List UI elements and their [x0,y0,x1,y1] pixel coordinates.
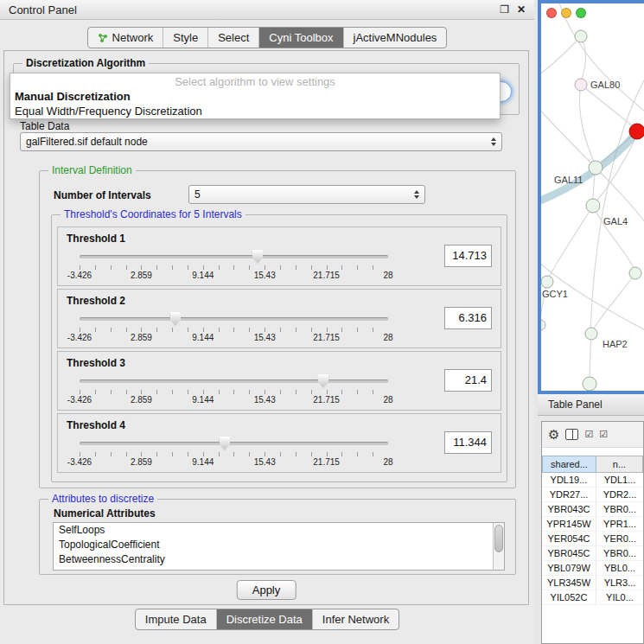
cell-name[interactable]: YDR2... [596,488,643,501]
table-row[interactable]: YLR345W YLR3... [542,576,643,590]
cell-name[interactable]: YBR0... [596,502,643,516]
tab-network[interactable]: Network [88,28,163,48]
list-item[interactable]: BetweennessCentrality [54,552,504,567]
node[interactable] [629,267,641,279]
threshold-slider[interactable] [80,312,388,326]
node[interactable] [575,30,587,42]
cell-shared-name[interactable]: YBL079W [542,561,596,575]
threshold-value-field[interactable]: 21.4 [444,369,492,392]
list-item[interactable]: TopologicalCoefficient [54,538,504,552]
node-selected-red[interactable] [629,124,644,139]
apply-button[interactable]: Apply [237,580,296,600]
tab-cyni-toolbox[interactable]: Cyni Toolbox [258,28,342,48]
cell-name[interactable]: YBR0... [596,546,643,560]
table-header-row: shared... n... [542,456,643,473]
cell-shared-name[interactable]: YPR145W [542,517,596,531]
cell-name[interactable]: YBL0... [596,561,643,575]
node-label: GCY1 [542,289,568,299]
threshold-slider[interactable] [80,437,388,450]
node-gal11[interactable] [589,161,603,175]
list-item[interactable]: SelfLoops [54,523,504,538]
cell-name[interactable]: YLR3... [596,576,643,590]
table-row[interactable]: YDR27... YDR2... [542,488,643,502]
cell-name[interactable]: YIL0... [596,590,643,604]
attributes-listbox[interactable]: SelfLoops TopologicalCoefficient Between… [53,522,505,571]
table-row[interactable]: YER054C YER0... [542,532,643,546]
node-gcy1[interactable] [541,276,553,288]
cell-shared-name[interactable]: YBR043C [542,502,596,516]
cell-shared-name[interactable]: YER054C [542,532,596,545]
scale-label: 28 [383,395,392,405]
highlighted-edge[interactable] [541,134,635,202]
tab-jactivemnodules[interactable]: jActiveMNodules [343,28,447,48]
node-gal80[interactable] [575,79,587,91]
tab-impute-data[interactable]: Impute Data [136,609,216,629]
table-row[interactable]: YIL052C YIL0... [542,590,643,605]
select-none-checkbox-icon[interactable]: ☑ [599,429,608,440]
slider-thumb[interactable] [252,250,263,264]
table-row[interactable]: YBR043C YBR0... [542,502,643,517]
network-view-window[interactable]: GAL80 GAL11 GAL4 GCY1 HAP2 [538,0,644,394]
threshold-slider[interactable] [80,374,388,388]
slider-scale: -3.426 2.859 9.144 15.43 21.715 28 [80,333,388,343]
cell-shared-name[interactable]: YDL19... [542,473,596,487]
cell-name[interactable]: YER0... [596,532,643,545]
table-panel-header: Table Panel [538,394,644,416]
select-all-checkbox-icon[interactable]: ☑ [584,429,593,440]
gear-icon[interactable]: ⚙ [548,427,559,443]
scale-label: 28 [383,333,392,342]
slider-track[interactable] [80,255,388,258]
table-row[interactable]: YPR145W YPR1... [542,517,643,532]
scale-label: 2.859 [131,395,152,405]
slider-thumb[interactable] [169,312,181,326]
table-row[interactable]: YBL079W YBL0... [542,561,643,576]
column-header-name[interactable]: n... [596,456,643,473]
bottom-tabstrip: Impute Data Discretize Data Infer Networ… [0,609,534,630]
close-icon[interactable]: ✕ [517,3,526,16]
cell-shared-name[interactable]: YDR27... [542,488,596,501]
tab-infer-network[interactable]: Infer Network [312,609,399,629]
threshold-value-field[interactable]: 14.713 [444,245,492,267]
float-window-icon[interactable]: ❐ [500,3,509,16]
dropdown-option-equal-width[interactable]: Equal Width/Frequency Discretization [10,104,500,118]
column-header-shared-name[interactable]: shared... [542,456,596,473]
cell-shared-name[interactable]: YLR345W [542,576,596,590]
node-gal4[interactable] [586,199,600,213]
node[interactable] [541,320,545,330]
cell-shared-name[interactable]: YIL052C [542,590,596,604]
tab-style[interactable]: Style [163,28,207,48]
top-tabs-segment: Network Style Select Cyni Toolbox jActiv… [87,27,448,48]
cell-shared-name[interactable]: YBR045C [542,546,596,560]
slider-thumb[interactable] [219,437,230,450]
network-canvas[interactable]: GAL80 GAL11 GAL4 GCY1 HAP2 [541,3,644,391]
list-scrollbar[interactable] [493,523,504,570]
minimize-traffic-light-icon[interactable] [561,8,571,18]
close-traffic-light-icon[interactable] [546,8,557,18]
zoom-traffic-light-icon[interactable] [576,8,586,18]
slider-track[interactable] [80,317,388,321]
threshold-value-field[interactable]: 6.316 [444,307,492,329]
control-panel-titlebar[interactable]: Control Panel ❐ ✕ [0,0,534,20]
number-of-intervals-combo[interactable]: 5 [188,185,425,204]
node-hap2[interactable] [585,328,597,340]
table-row[interactable]: YBR045C YBR0... [542,546,643,561]
dropdown-option-manual-discretization[interactable]: Manual Discretization [10,89,500,104]
scrollbar-thumb[interactable] [494,525,503,552]
tab-discretize-data[interactable]: Discretize Data [216,609,312,629]
slider-track[interactable] [80,442,388,445]
cyni-toolbox-panel: Discretization Algorithm Select algorith… [3,50,529,605]
slider-ticks [80,390,388,394]
table-data-combo[interactable]: galFiltered.sif default node [20,132,502,151]
dropdown-placeholder-option[interactable]: Select algorithm to view settings [10,73,500,89]
node[interactable] [583,377,596,391]
slider-track[interactable] [80,379,388,383]
slider-thumb[interactable] [318,374,329,388]
columns-icon[interactable] [565,429,578,440]
cell-name[interactable]: YDL1... [596,473,643,487]
cell-name[interactable]: YPR1... [596,517,643,531]
threshold-value-field[interactable]: 11.344 [444,431,492,454]
tab-select[interactable]: Select [207,28,258,48]
threshold-slider[interactable] [80,250,388,264]
tab-label: Network [112,31,154,44]
table-row[interactable]: YDL19... YDL1... [542,473,643,488]
